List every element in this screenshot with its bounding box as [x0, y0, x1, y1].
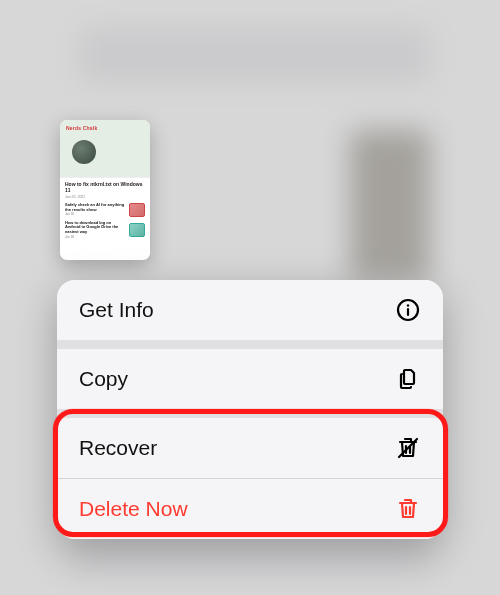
preview-hero-image	[72, 140, 96, 164]
menu-item-copy[interactable]: Copy	[57, 349, 443, 409]
preview-row1-date: Jan 18	[65, 212, 126, 216]
menu-item-recover[interactable]: Recover	[57, 418, 443, 478]
menu-item-delete-now[interactable]: Delete Now	[57, 479, 443, 539]
context-menu: Get Info Copy Recover	[57, 280, 443, 539]
preview-headline: How to fix ntkrnl.txt on Windows 11	[65, 181, 145, 194]
preview-row1-title: Safely check an AI for anything the resu…	[65, 203, 126, 213]
menu-separator-thick	[57, 340, 443, 349]
copy-icon	[395, 366, 421, 392]
menu-item-get-info[interactable]: Get Info	[57, 280, 443, 340]
preview-brand: Nerds Chalk	[66, 125, 97, 131]
preview-row2-date: Jan 18	[65, 235, 126, 239]
preview-row2-title: How to download log on Android to Google…	[65, 221, 126, 235]
preview-row2-thumb	[129, 223, 145, 237]
menu-separator-thick	[57, 409, 443, 418]
svg-point-1	[407, 304, 409, 306]
preview-row1-thumb	[129, 203, 145, 217]
menu-item-label: Recover	[79, 436, 157, 460]
trash-icon	[395, 496, 421, 522]
screenshot-preview[interactable]: Nerds Chalk How to fix ntkrnl.txt on Win…	[60, 120, 150, 260]
recover-icon	[395, 435, 421, 461]
info-icon	[395, 297, 421, 323]
preview-headline-date: Jan 20, 2022	[65, 195, 145, 199]
menu-item-label: Delete Now	[79, 497, 188, 521]
menu-item-label: Get Info	[79, 298, 154, 322]
menu-item-label: Copy	[79, 367, 128, 391]
